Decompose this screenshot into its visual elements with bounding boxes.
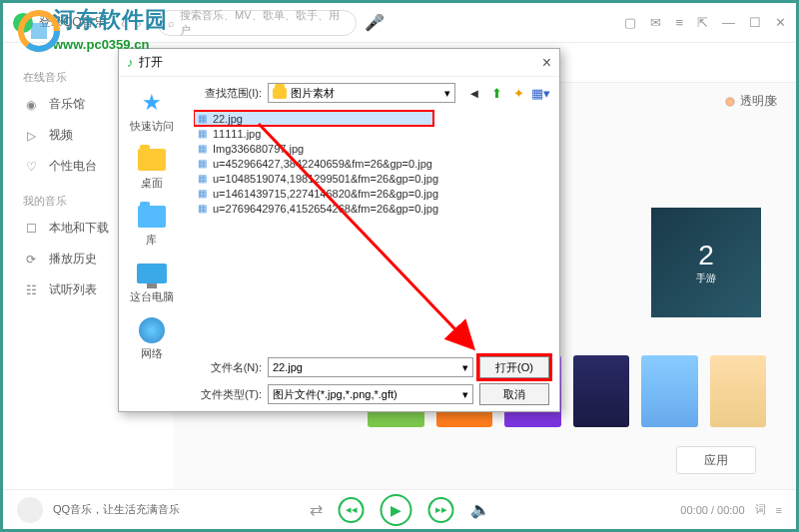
look-in-combo[interactable]: 图片素材 ▾ xyxy=(268,83,455,103)
filename-input[interactable]: 22.jpg▾ xyxy=(268,357,473,377)
search-icon: ⌕ xyxy=(168,17,175,29)
history-icon: ⟳ xyxy=(23,253,39,266)
thumb-6[interactable] xyxy=(710,355,767,427)
place-quick-access[interactable]: ★快速访问 xyxy=(119,83,184,140)
music-hall-icon: ◉ xyxy=(23,98,39,112)
image-file-icon: ▦ xyxy=(196,172,209,185)
file-open-dialog: ♪ 打开 × ★快速访问 桌面 库 这台电脑 网络 查找范围(I): 图片素材 … xyxy=(118,48,560,412)
mini-icon[interactable]: ⇱ xyxy=(697,15,708,30)
back-icon[interactable]: ◄ xyxy=(465,84,483,102)
file-item[interactable]: ▦u=1048519074,1981299501&fm=26&gp=0.jpg xyxy=(194,171,549,186)
next-button[interactable]: ▸▸ xyxy=(428,497,454,523)
nav-back-icon[interactable]: ‹ xyxy=(121,15,126,31)
mic-icon[interactable]: 🎤 xyxy=(365,13,385,32)
player-bar: QQ音乐，让生活充满音乐 ⇄ ◂◂ ▶ ▸▸ 🔈 00:00 / 00:00 词… xyxy=(3,489,796,529)
open-button[interactable]: 打开(O) xyxy=(479,356,549,378)
file-item[interactable]: ▦u=2769642976,4152654268&fm=26&gp=0.jpg xyxy=(194,201,549,216)
track-avatar[interactable] xyxy=(17,497,43,523)
radio-icon: ♡ xyxy=(23,160,39,174)
skin-icon[interactable]: ▢ xyxy=(624,15,636,30)
login-link[interactable]: 登录QQ音乐 xyxy=(39,14,106,31)
search-placeholder: 搜索音乐、MV、歌单、歌手、用户 xyxy=(180,8,346,38)
titlebar: ♪ 登录QQ音乐 ‹ › ⌕ 搜索音乐、MV、歌单、歌手、用户 🎤 ▢ ✉ ≡ … xyxy=(3,3,796,43)
msg-icon[interactable]: ✉ xyxy=(650,15,661,30)
minimize-icon[interactable]: — xyxy=(722,15,735,30)
place-library[interactable]: 库 xyxy=(119,197,184,254)
dialog-title: 打开 xyxy=(139,54,163,71)
filetype-label: 文件类型(T): xyxy=(194,387,262,402)
filename-label: 文件名(N): xyxy=(194,360,262,375)
nav-forward-icon[interactable]: › xyxy=(137,15,142,31)
image-file-icon: ▦ xyxy=(196,142,209,155)
lyric-button[interactable]: 词 xyxy=(755,502,766,517)
folder-small-icon xyxy=(273,88,287,99)
file-item[interactable]: ▦11111.jpg xyxy=(194,126,549,141)
globe-icon xyxy=(139,317,165,343)
folder-icon xyxy=(138,149,166,171)
thumb-5[interactable] xyxy=(641,355,698,427)
star-icon: ★ xyxy=(137,89,167,117)
transparency-icon xyxy=(725,97,735,107)
dialog-titlebar: ♪ 打开 × xyxy=(119,49,559,77)
play-button[interactable]: ▶ xyxy=(381,494,412,526)
prev-button[interactable]: ◂◂ xyxy=(339,497,365,523)
look-in-label: 查找范围(I): xyxy=(194,86,262,101)
view-icon[interactable]: ▦▾ xyxy=(531,84,549,102)
app-logo: ♪ 登录QQ音乐 xyxy=(13,13,106,33)
thumb-4[interactable] xyxy=(573,355,630,427)
place-this-pc[interactable]: 这台电脑 xyxy=(119,254,184,310)
file-item[interactable]: ▦u=452966427,3842240659&fm=26&gp=0.jpg xyxy=(194,156,549,171)
apply-button[interactable]: 应用 xyxy=(676,446,756,474)
image-file-icon: ▦ xyxy=(196,157,209,170)
image-file-icon: ▦ xyxy=(196,202,209,215)
player-slogan: QQ音乐，让生活充满音乐 xyxy=(53,502,180,517)
up-icon[interactable]: ⬆ xyxy=(487,84,505,102)
close-app-icon[interactable]: ✕ xyxy=(775,15,786,30)
place-desktop[interactable]: 桌面 xyxy=(119,140,184,197)
menu-icon[interactable]: ≡ xyxy=(675,15,683,30)
file-item[interactable]: ▦u=1461439715,2274146820&fm=26&gp=0.jpg xyxy=(194,186,549,201)
image-file-icon: ▦ xyxy=(196,127,209,140)
volume-icon[interactable]: 🔈 xyxy=(470,500,490,519)
library-icon xyxy=(138,206,166,228)
shuffle-icon[interactable]: ⇄ xyxy=(310,500,323,519)
transparency-control[interactable]: 透明度 xyxy=(725,93,776,110)
playlist-icon[interactable]: ≡ xyxy=(776,504,782,516)
dialog-close-icon[interactable]: × xyxy=(542,54,551,72)
video-icon: ▷ xyxy=(23,129,39,143)
local-icon: ☐ xyxy=(23,222,39,236)
skin-preview-large[interactable]: 2手游 xyxy=(651,208,761,317)
maximize-icon[interactable]: ☐ xyxy=(749,15,761,30)
monitor-icon xyxy=(137,264,167,283)
filetype-combo[interactable]: 图片文件(*.jpg,*.png,*.gft)▾ xyxy=(268,384,473,404)
image-file-icon: ▦ xyxy=(196,187,209,200)
logo-icon: ♪ xyxy=(13,13,33,33)
file-item[interactable]: ▦22.jpg xyxy=(194,111,433,126)
file-item[interactable]: ▦Img336680797.jpg xyxy=(194,141,549,156)
places-bar: ★快速访问 桌面 库 这台电脑 网络 xyxy=(119,77,184,411)
cancel-button[interactable]: 取消 xyxy=(479,383,549,405)
file-list[interactable]: ▦22.jpg ▦11111.jpg ▦Img336680797.jpg ▦u=… xyxy=(194,109,549,350)
dialog-icon: ♪ xyxy=(127,55,134,70)
place-network[interactable]: 网络 xyxy=(119,310,184,367)
search-input[interactable]: ⌕ 搜索音乐、MV、歌单、歌手、用户 xyxy=(157,10,357,36)
image-file-icon: ▦ xyxy=(196,112,209,125)
time-display: 00:00 / 00:00 xyxy=(680,504,744,516)
new-folder-icon[interactable]: ✦ xyxy=(509,84,527,102)
trial-icon: ☷ xyxy=(23,283,39,297)
